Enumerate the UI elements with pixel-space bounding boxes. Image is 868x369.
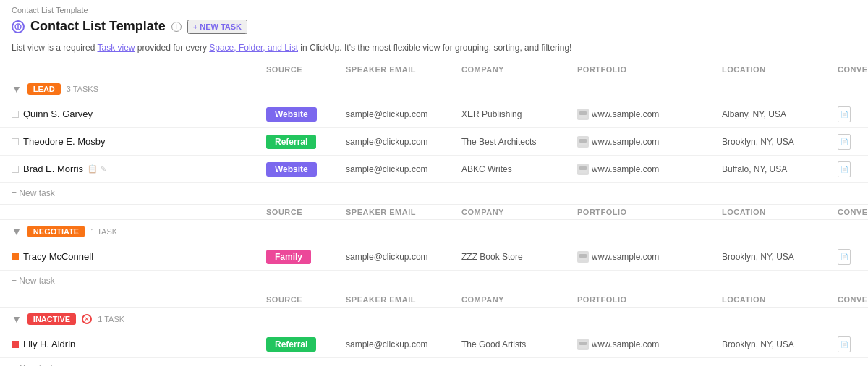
portfolio-thumbnail — [577, 109, 589, 120]
column-headers: SOURCE SPEAKER EMAIL COMPANY PORTFOLIO L… — [0, 62, 868, 77]
priority-indicator — [12, 138, 19, 145]
task-name-cell: Lily H. Aldrin — [0, 334, 260, 354]
col-email: SPEAKER EMAIL — [340, 205, 456, 219]
collapse-icon[interactable] — [12, 20, 25, 33]
table-container: SOURCE SPEAKER EMAIL COMPANY PORTFOLIO L… — [0, 62, 868, 366]
task-name[interactable]: Tracy McConnell — [23, 251, 93, 262]
new-task-button[interactable]: + NEW TASK — [187, 20, 247, 34]
conversation-cell: 📄 — [832, 103, 868, 125]
negotiate-task-count: 1 TASK — [90, 227, 117, 236]
document-icon[interactable]: 📄 — [838, 106, 851, 122]
col-location: LOCATION — [716, 62, 832, 77]
new-task-row: + New task — [0, 271, 868, 292]
portfolio-cell: www.sample.com — [571, 248, 716, 266]
source-tag[interactable]: Website — [266, 162, 317, 177]
task-name[interactable]: Brad E. Morris — [23, 164, 83, 174]
source-tag[interactable]: Referral — [266, 135, 316, 149]
col-source: SOURCE — [260, 62, 340, 77]
negotiate-new-task-link[interactable]: + New task — [12, 276, 55, 286]
col-conversation: CONVERSATION STAR... — [832, 205, 868, 219]
portfolio-cell: www.sample.com — [571, 106, 716, 123]
company-cell: The Good Artists — [456, 336, 571, 352]
column-headers-negotiate: SOURCE SPEAKER EMAIL COMPANY PORTFOLIO L… — [0, 205, 868, 220]
lead-status-badge: LEAD — [27, 83, 61, 95]
source-cell: Referral — [260, 334, 340, 355]
col-name — [0, 292, 260, 307]
portfolio-url[interactable]: www.sample.com — [592, 164, 659, 174]
col-portfolio: PORTFOLIO — [571, 62, 716, 77]
table-row: Brad E. Morris 📋 ✎ Website sample@clicku… — [0, 156, 868, 183]
copy-icon[interactable]: 📋 — [88, 164, 98, 174]
breadcrumb: Contact List Template — [0, 0, 868, 16]
col-portfolio: PORTFOLIO — [571, 205, 716, 219]
col-source: SOURCE — [260, 205, 340, 219]
col-company: COMPANY — [456, 62, 571, 77]
source-tag[interactable]: Website — [266, 107, 317, 122]
document-icon[interactable]: 📄 — [838, 249, 851, 265]
task-name[interactable]: Quinn S. Garvey — [23, 109, 93, 119]
lead-collapse-btn[interactable]: ▼ — [12, 83, 22, 95]
col-name — [0, 205, 260, 219]
lead-task-count: 3 TASKS — [67, 85, 98, 93]
email-cell: sample@clickup.com — [340, 336, 456, 352]
col-location: LOCATION — [716, 292, 832, 307]
svg-rect-5 — [579, 139, 587, 143]
document-icon[interactable]: 📄 — [838, 336, 851, 352]
table-row: Lily H. Aldrin Referral sample@clickup.c… — [0, 331, 868, 358]
negotiate-collapse-btn[interactable]: ▼ — [12, 226, 22, 237]
edit-icon[interactable]: ✎ — [100, 164, 106, 174]
portfolio-thumbnail — [577, 251, 589, 263]
portfolio-thumbnail — [577, 136, 589, 148]
inactive-collapse-btn[interactable]: ▼ — [12, 313, 22, 325]
task-name-cell: Theodore E. Mosby — [0, 132, 260, 151]
conversation-cell: 📄 — [832, 131, 868, 153]
portfolio-cell: www.sample.com — [571, 336, 716, 353]
source-cell: Referral — [260, 132, 340, 152]
priority-indicator — [12, 341, 19, 348]
priority-indicator — [12, 111, 19, 118]
portfolio-url[interactable]: www.sample.com — [592, 137, 659, 147]
priority-indicator — [12, 166, 19, 173]
inactive-status-badge: INACTIVE — [27, 313, 76, 325]
portfolio-url[interactable]: www.sample.com — [592, 109, 659, 119]
portfolio-url[interactable]: www.sample.com — [592, 252, 659, 262]
company-cell: The Best Architects — [456, 134, 571, 150]
info-icon[interactable]: i — [171, 22, 182, 32]
new-task-row: + New task — [0, 358, 868, 366]
col-company: COMPANY — [456, 292, 571, 307]
portfolio-cell: www.sample.com — [571, 133, 716, 150]
table-row: Quinn S. Garvey Website sample@clickup.c… — [0, 101, 868, 128]
email-cell: sample@clickup.com — [340, 249, 456, 265]
company-cell: XER Publishing — [456, 106, 571, 122]
source-tag[interactable]: Referral — [266, 337, 316, 352]
col-conversation: CONVERSATION STAR... — [832, 292, 868, 307]
document-icon[interactable]: 📄 — [838, 134, 851, 150]
task-name[interactable]: Theodore E. Mosby — [23, 136, 105, 147]
page-title: Contact List Template — [30, 19, 166, 34]
group-lead: ▼ LEAD 3 TASKS Quinn S. Garvey Website s… — [0, 77, 868, 204]
inactive-new-task-link[interactable]: + New task — [12, 363, 55, 366]
column-headers-inactive: SOURCE SPEAKER EMAIL COMPANY PORTFOLIO L… — [0, 292, 868, 308]
portfolio-url[interactable]: www.sample.com — [592, 339, 659, 349]
source-tag[interactable]: Family — [266, 250, 311, 264]
task-view-link[interactable]: Task view — [98, 43, 135, 53]
task-name[interactable]: Lily H. Aldrin — [23, 339, 75, 349]
task-name-cell: Quinn S. Garvey — [0, 104, 260, 124]
space-folder-list-link[interactable]: Space, Folder, and List — [209, 43, 298, 53]
col-source: SOURCE — [260, 292, 340, 307]
location-cell: Albany, NY, USA — [716, 106, 832, 122]
lead-new-task-link[interactable]: + New task — [12, 188, 55, 198]
conversation-cell: 📄 — [832, 158, 868, 180]
group-inactive: ▼ INACTIVE ✕ 1 TASK Lily H. Aldrin Refer… — [0, 308, 868, 366]
source-cell: Family — [260, 247, 340, 267]
conversation-cell: 📄 — [832, 334, 868, 355]
col-conversation: CONVERSATION STAR... — [832, 62, 868, 77]
col-company: COMPANY — [456, 205, 571, 219]
email-cell: sample@clickup.com — [340, 106, 456, 122]
info-bar: List view is a required Task view provid… — [0, 38, 868, 62]
portfolio-thumbnail — [577, 339, 589, 350]
table-row: Theodore E. Mosby Referral sample@clicku… — [0, 128, 868, 156]
priority-indicator — [12, 253, 19, 260]
document-icon[interactable]: 📄 — [838, 161, 851, 177]
location-cell: Brooklyn, NY, USA — [716, 134, 832, 150]
